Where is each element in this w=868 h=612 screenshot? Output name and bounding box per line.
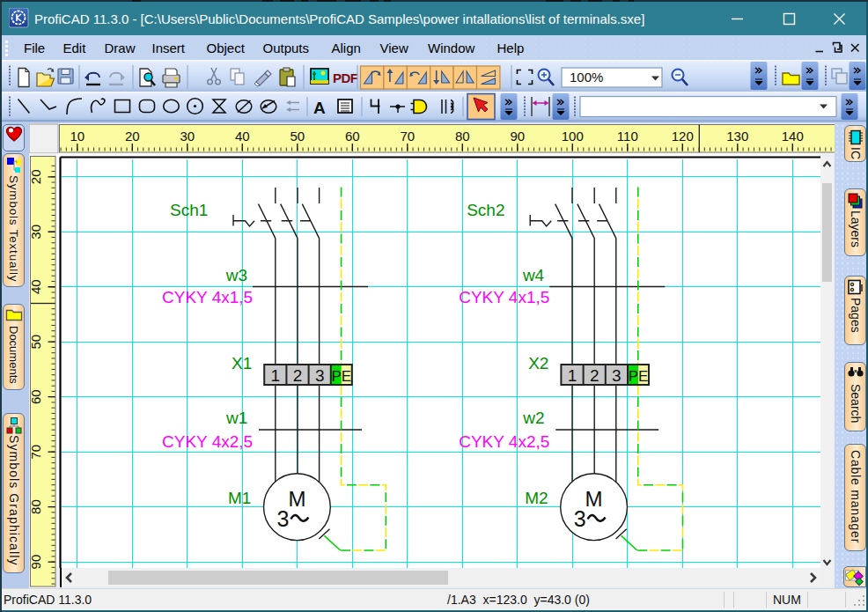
svg-text:40: 40 xyxy=(235,129,250,144)
svg-text:30: 30 xyxy=(180,129,195,144)
svg-text:20: 20 xyxy=(125,129,140,144)
svg-text:CYKY 4x1,5: CYKY 4x1,5 xyxy=(162,288,253,306)
svg-text:90: 90 xyxy=(510,129,525,144)
svg-text:M1: M1 xyxy=(228,489,251,507)
svg-text:70: 70 xyxy=(400,129,415,144)
svg-text:100%: 100% xyxy=(570,70,603,85)
svg-text:60: 60 xyxy=(345,129,360,144)
svg-text:3: 3 xyxy=(612,366,622,385)
svg-text:A: A xyxy=(313,99,326,117)
svg-text:2: 2 xyxy=(293,366,303,385)
svg-text:w3: w3 xyxy=(225,266,247,284)
svg-text:3: 3 xyxy=(276,506,289,531)
svg-text:110: 110 xyxy=(617,129,638,144)
svg-text:3: 3 xyxy=(574,506,586,531)
svg-text:Sch1: Sch1 xyxy=(170,201,208,219)
svg-text:120: 120 xyxy=(672,129,694,144)
svg-text:80: 80 xyxy=(455,129,470,144)
svg-text:M: M xyxy=(585,487,603,511)
svg-text:100: 100 xyxy=(562,129,584,144)
svg-text:50: 50 xyxy=(28,335,43,350)
svg-text:2: 2 xyxy=(590,366,600,385)
svg-text:140: 140 xyxy=(782,129,804,144)
svg-text:30: 30 xyxy=(28,225,43,240)
svg-text:CYKY 4x2,5: CYKY 4x2,5 xyxy=(162,432,253,451)
svg-text:1: 1 xyxy=(568,366,577,385)
svg-text:w1: w1 xyxy=(225,409,247,427)
svg-text:80: 80 xyxy=(28,499,43,514)
svg-text:40: 40 xyxy=(28,279,43,294)
svg-text:3: 3 xyxy=(315,366,325,385)
svg-text:1: 1 xyxy=(271,366,281,385)
svg-text:20: 20 xyxy=(28,169,43,184)
svg-text:PE: PE xyxy=(331,368,351,385)
svg-text:60: 60 xyxy=(28,389,43,404)
svg-text:M: M xyxy=(288,487,305,511)
svg-text:M2: M2 xyxy=(525,489,548,507)
svg-text:Sch2: Sch2 xyxy=(467,201,504,219)
svg-text:50: 50 xyxy=(290,129,305,144)
svg-text:CYKY 4x2,5: CYKY 4x2,5 xyxy=(459,432,549,451)
svg-text:X2: X2 xyxy=(528,354,548,372)
svg-text:w2: w2 xyxy=(522,409,544,427)
svg-text:90: 90 xyxy=(28,555,43,570)
svg-text:10: 10 xyxy=(70,129,85,144)
svg-text:w4: w4 xyxy=(522,266,545,284)
svg-text:PDF: PDF xyxy=(333,70,358,85)
svg-text:130: 130 xyxy=(726,129,748,144)
svg-text:70: 70 xyxy=(28,445,43,460)
svg-text:PE: PE xyxy=(629,368,649,385)
svg-text:CYKY 4x1,5: CYKY 4x1,5 xyxy=(459,288,549,306)
svg-text:X1: X1 xyxy=(232,354,252,372)
